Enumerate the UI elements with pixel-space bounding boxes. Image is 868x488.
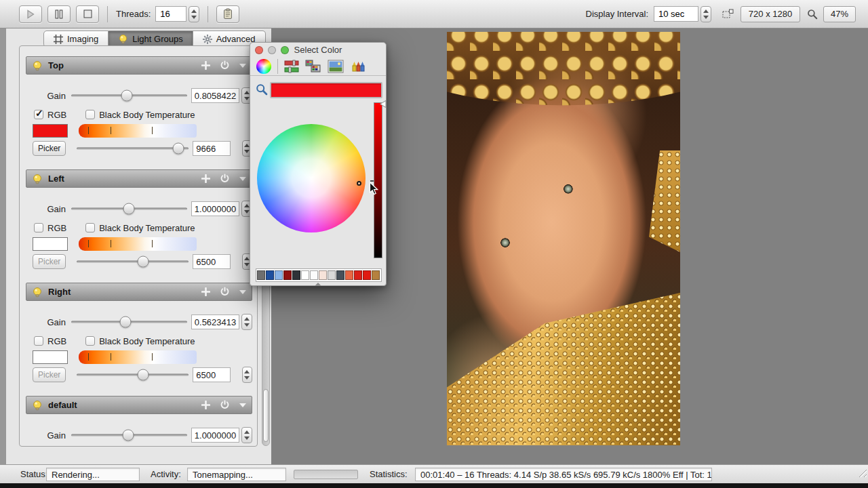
color-swatch[interactable]	[372, 270, 380, 280]
window-resize-grip[interactable]	[856, 467, 867, 477]
color-swatch[interactable]	[310, 270, 318, 280]
resize-dimensions-icon[interactable]	[722, 9, 734, 19]
color-swatch[interactable]	[266, 270, 274, 280]
black-body-gradient-bar[interactable]	[79, 237, 197, 251]
color-swatch[interactable]	[283, 270, 292, 280]
color-swatch[interactable]	[301, 270, 309, 280]
collapse-chevron-icon[interactable]	[239, 177, 246, 181]
black-body-checkbox[interactable]	[85, 336, 95, 346]
collapse-chevron-icon[interactable]	[239, 403, 246, 407]
color-swatch[interactable]	[319, 270, 327, 280]
color-picker-magnifier-icon[interactable]	[256, 83, 268, 96]
light-group-header[interactable]: Top	[26, 56, 252, 75]
black-body-gradient-bar[interactable]	[79, 124, 197, 138]
temperature-tick	[88, 127, 89, 134]
brightness-slider[interactable]	[374, 102, 382, 258]
picker-button[interactable]: Picker	[33, 367, 66, 382]
picker-value-field[interactable]: 9666	[193, 141, 230, 156]
power-toggle-icon[interactable]	[220, 400, 230, 410]
add-light-group-icon[interactable]	[201, 287, 210, 296]
collapse-chevron-icon[interactable]	[239, 290, 246, 294]
picker-slider[interactable]	[77, 140, 189, 157]
picker-slider[interactable]	[77, 367, 189, 383]
add-light-group-icon[interactable]	[201, 174, 210, 183]
pause-icon	[55, 9, 63, 19]
rgb-checkbox[interactable]	[34, 223, 43, 232]
gain-label: Gain	[26, 317, 66, 327]
color-swatch[interactable]	[292, 270, 300, 280]
slider-knob[interactable]	[173, 143, 184, 155]
rgb-checkbox[interactable]	[34, 110, 43, 119]
color-swatch[interactable]	[257, 270, 265, 280]
gold-coin-headdress	[447, 32, 680, 138]
gain-stepper[interactable]	[241, 427, 252, 443]
picker-slider[interactable]	[77, 253, 189, 270]
copy-to-clipboard-button[interactable]	[216, 5, 239, 23]
black-body-checkbox[interactable]	[85, 110, 95, 119]
slider-knob[interactable]	[121, 90, 132, 102]
power-toggle-icon[interactable]	[220, 174, 230, 184]
color-swatch[interactable]	[345, 270, 353, 280]
gain-value-field[interactable]: 1.0000000	[191, 201, 239, 216]
color-swatch[interactable]	[336, 270, 344, 280]
scrollbar-thumb[interactable]	[263, 389, 269, 442]
black-body-gradient-bar[interactable]	[79, 350, 197, 364]
power-toggle-icon[interactable]	[220, 60, 230, 70]
swatch-drawer-handle[interactable]	[315, 283, 321, 286]
add-light-group-icon[interactable]	[201, 401, 210, 409]
display-interval-input[interactable]	[654, 6, 698, 22]
slider-knob[interactable]	[120, 317, 132, 328]
light-group-header[interactable]: Right	[26, 283, 252, 301]
picker-stepper[interactable]	[242, 367, 252, 383]
pause-button[interactable]	[47, 5, 71, 23]
slider-knob[interactable]	[122, 430, 134, 441]
light-color-swatch[interactable]	[33, 350, 68, 364]
color-swatch[interactable]	[363, 270, 371, 280]
power-toggle-icon[interactable]	[220, 287, 230, 297]
color-swatch[interactable]	[328, 270, 336, 280]
slider-knob[interactable]	[137, 369, 149, 381]
picker-button[interactable]: Picker	[33, 141, 66, 156]
collapse-chevron-icon[interactable]	[239, 64, 246, 68]
add-light-group-icon[interactable]	[201, 61, 210, 70]
image-palettes-mode-icon[interactable]	[328, 60, 344, 73]
light-color-swatch[interactable]	[33, 124, 68, 138]
color-swatch[interactable]	[354, 270, 362, 280]
play-button[interactable]	[19, 5, 42, 23]
picker-value-field[interactable]: 6500	[193, 254, 230, 269]
light-group-name: default	[48, 400, 77, 410]
gain-value-field[interactable]: 0.5623413	[191, 314, 239, 329]
color-wheel-selection-marker[interactable]	[357, 181, 361, 186]
gain-slider[interactable]	[71, 314, 187, 330]
rgb-checkbox[interactable]	[34, 336, 43, 346]
black-body-checkbox[interactable]	[85, 223, 95, 232]
color-wheel-mode-icon[interactable]	[256, 59, 271, 74]
gain-stepper[interactable]	[241, 314, 252, 330]
stop-button[interactable]	[76, 5, 99, 23]
display-interval-stepper[interactable]	[701, 6, 711, 22]
gain-value-field[interactable]: 1.0000000	[191, 428, 239, 443]
gain-slider[interactable]	[71, 87, 187, 104]
crayons-mode-icon[interactable]	[350, 60, 366, 73]
rgb-label: RGB	[47, 336, 66, 346]
gain-slider[interactable]	[71, 427, 187, 443]
picker-value-field[interactable]: 6500	[193, 367, 230, 382]
gain-slider[interactable]	[71, 201, 187, 217]
gain-value-field[interactable]: 0.8058422	[191, 88, 239, 103]
slider-knob[interactable]	[137, 256, 149, 268]
light-group-header[interactable]: Left	[26, 169, 252, 188]
color-wheel[interactable]	[257, 124, 366, 232]
stepper-up-icon	[244, 317, 250, 321]
threads-stepper[interactable]	[189, 6, 199, 22]
brightness-slider-handle[interactable]	[379, 100, 387, 108]
color-swatch[interactable]	[275, 270, 283, 280]
sliders-mode-icon[interactable]	[284, 60, 299, 73]
dialog-titlebar[interactable]: Select Color	[250, 43, 386, 57]
zoom-magnifier-icon[interactable]	[807, 9, 818, 20]
threads-input[interactable]	[155, 6, 186, 22]
palette-mode-icon[interactable]	[305, 60, 321, 73]
slider-knob[interactable]	[123, 203, 135, 215]
light-color-swatch[interactable]	[33, 237, 68, 251]
picker-button[interactable]: Picker	[33, 254, 66, 269]
light-group-header[interactable]: default	[26, 396, 252, 414]
